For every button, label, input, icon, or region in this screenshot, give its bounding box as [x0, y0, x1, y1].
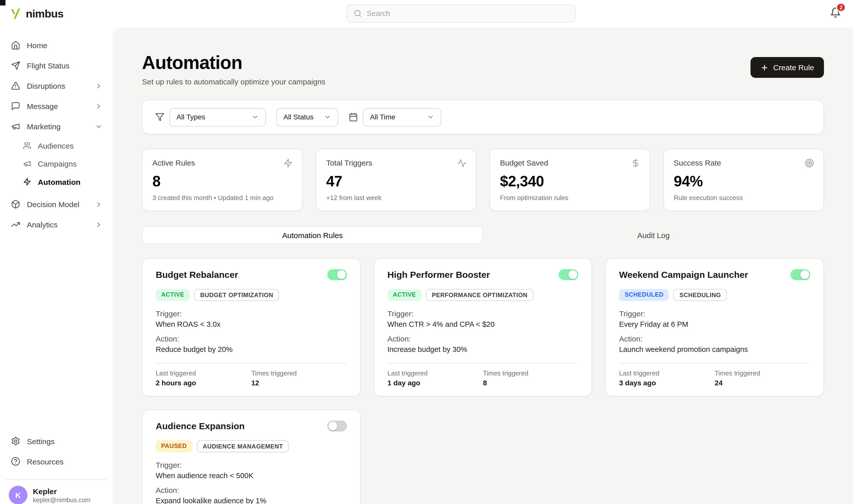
status-filter-value: All Status	[284, 113, 313, 121]
notification-count-badge: 2	[836, 3, 846, 12]
action-value: Launch weekend promotion campaigns	[619, 345, 810, 354]
sidebar-item-label: Decision Model	[27, 200, 79, 209]
notifications-button[interactable]: 2	[830, 7, 841, 18]
sidebar-item-automation[interactable]: Automation	[5, 173, 107, 191]
chevron-down-icon	[427, 113, 434, 121]
trigger-label: Trigger:	[156, 309, 347, 318]
sidebar-item-audiences[interactable]: Audiences	[5, 137, 107, 155]
tab-bar: Automation Rules Audit Log	[142, 226, 824, 244]
rules-grid: Budget Rebalancer ACTIVE BUDGET OPTIMIZA…	[142, 258, 824, 504]
times-triggered-label: Times triggered	[714, 370, 810, 377]
brand-logo[interactable]: nimbus	[10, 7, 63, 20]
rule-name: Weekend Campaign Launcher	[619, 270, 748, 280]
users-icon	[23, 142, 31, 149]
stat-label: Budget Saved	[500, 159, 639, 167]
action-value: Expand lookalike audience by 1%	[156, 497, 347, 504]
sidebar-item-analytics[interactable]: Analytics	[5, 215, 107, 235]
time-filter-dropdown[interactable]: All Time	[363, 108, 441, 126]
trigger-value: Every Friday at 6 PM	[619, 320, 810, 328]
chevron-down-icon	[95, 123, 103, 130]
sidebar-item-label: Resources	[27, 457, 63, 466]
stat-value: 94%	[674, 173, 814, 190]
trigger-label: Trigger:	[619, 309, 810, 318]
last-triggered-label: Last triggered	[387, 370, 483, 377]
sidebar-item-disruptions[interactable]: Disruptions	[5, 75, 107, 96]
activity-icon	[457, 159, 467, 168]
category-badge: PERFORMANCE OPTIMIZATION	[426, 289, 533, 301]
stat-card-success-rate: Success Rate 94% Rule execution success	[664, 148, 824, 211]
rule-toggle[interactable]	[327, 269, 347, 280]
action-value: Increase budget by 30%	[387, 345, 579, 354]
filter-bar: All Types All Status All Time	[142, 100, 824, 134]
sidebar-item-label: Message	[27, 102, 58, 110]
tab-automation-rules[interactable]: Automation Rules	[142, 226, 483, 244]
sidebar-item-flight-status[interactable]: Flight Status	[5, 55, 107, 75]
main-content: Automation Set up rules to automatically…	[112, 28, 853, 504]
search-box[interactable]	[346, 4, 576, 22]
times-triggered-value: 8	[483, 379, 579, 387]
rule-toggle[interactable]	[791, 269, 810, 280]
search-input[interactable]	[367, 10, 568, 18]
chevron-down-icon	[252, 113, 259, 121]
times-triggered-value: 24	[714, 379, 810, 387]
help-circle-icon	[11, 456, 20, 466]
sidebar-item-message[interactable]: Message	[5, 96, 107, 116]
sidebar-item-settings[interactable]: Settings	[5, 431, 107, 451]
rule-name: Audience Expansion	[156, 421, 244, 431]
type-filter-dropdown[interactable]: All Types	[169, 108, 266, 126]
megaphone-icon	[23, 160, 31, 167]
page-subtitle: Set up rules to automatically optimize y…	[142, 77, 326, 86]
target-icon	[805, 159, 814, 168]
stat-label: Success Rate	[674, 159, 814, 167]
action-label: Action:	[387, 335, 579, 343]
home-icon	[11, 40, 20, 50]
brand-name: nimbus	[26, 7, 63, 20]
last-triggered-label: Last triggered	[619, 370, 714, 377]
rule-toggle[interactable]	[559, 269, 579, 280]
filter-funnel-icon	[155, 112, 164, 122]
stat-card-budget-saved: Budget Saved $2,340 From optimization ru…	[490, 148, 650, 211]
rule-toggle[interactable]	[327, 420, 347, 432]
stat-caption: Rule execution success	[674, 194, 814, 202]
sidebar-item-marketing[interactable]: Marketing	[5, 116, 107, 137]
zap-icon	[284, 159, 293, 168]
gear-icon	[11, 436, 20, 446]
category-badge: SCHEDULING	[673, 289, 727, 301]
stat-label: Active Rules	[152, 159, 292, 167]
status-badge: ACTIVE	[156, 289, 189, 301]
last-triggered-value: 3 days ago	[619, 379, 714, 387]
create-rule-button[interactable]: Create Rule	[750, 57, 824, 78]
sidebar-item-resources[interactable]: Resources	[5, 451, 107, 471]
nimbus-logo-icon	[10, 7, 22, 20]
tab-audit-log[interactable]: Audit Log	[483, 226, 824, 244]
screen-corner-artifact	[0, 0, 5, 5]
stat-caption: 3 created this month • Updated 1 min ago	[152, 194, 292, 202]
sidebar-item-home[interactable]: Home	[5, 35, 107, 55]
chevron-down-icon	[324, 113, 331, 121]
sidebar-item-label: Disruptions	[27, 82, 65, 90]
stat-card-total-triggers: Total Triggers 47 +12 from last week	[316, 148, 476, 211]
page-title: Automation	[142, 52, 326, 73]
user-profile[interactable]: K Kepler kepler@nimbus.com	[5, 479, 107, 504]
sidebar-item-label: Campaigns	[38, 159, 76, 168]
status-filter-dropdown[interactable]: All Status	[276, 108, 338, 126]
stat-value: 8	[152, 173, 292, 190]
times-triggered-label: Times triggered	[483, 370, 579, 377]
rule-card-weekend-campaign-launcher: Weekend Campaign Launcher SCHEDULED SCHE…	[605, 258, 824, 396]
stat-value: 47	[326, 173, 466, 190]
sidebar-item-decision-model[interactable]: Decision Model	[5, 194, 107, 215]
stats-row: Active Rules 8 3 created this month • Up…	[142, 148, 824, 211]
sidebar-item-campaigns[interactable]: Campaigns	[5, 155, 107, 173]
trigger-value: When ROAS < 3.0x	[156, 320, 347, 328]
action-label: Action:	[156, 335, 347, 343]
sidebar-item-label: Settings	[27, 437, 54, 446]
package-icon	[11, 199, 20, 209]
stat-value: $2,340	[500, 173, 639, 190]
sidebar-item-label: Home	[27, 41, 48, 50]
trigger-value: When audience reach < 500K	[156, 471, 347, 480]
topbar: nimbus 2	[0, 0, 853, 28]
rule-name: High Performer Booster	[387, 270, 490, 280]
action-label: Action:	[156, 486, 347, 494]
user-email: kepler@nimbus.com	[33, 497, 91, 504]
chevron-right-icon	[95, 220, 103, 228]
